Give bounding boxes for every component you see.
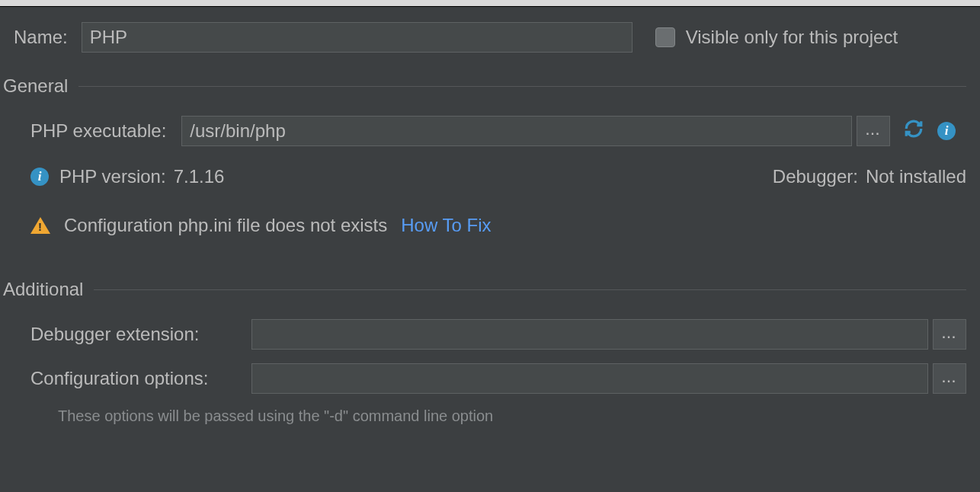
name-row: Name: Visible only for this project — [14, 22, 966, 53]
browse-debugger-ext-button[interactable]: ... — [933, 319, 966, 350]
debugger-extension-row: Debugger extension: ... — [30, 319, 966, 350]
divider — [94, 289, 966, 290]
section-general: General — [3, 75, 966, 97]
visible-only-label: Visible only for this project — [686, 27, 898, 48]
warning-icon — [30, 217, 50, 234]
browse-config-opts-button[interactable]: ... — [933, 363, 966, 394]
config-options-row: Configuration options: ... — [30, 363, 966, 394]
section-additional: Additional — [3, 279, 966, 300]
settings-panel: Name: Visible only for this project Gene… — [0, 7, 980, 425]
ellipsis-icon: ... — [942, 327, 956, 341]
section-general-label: General — [3, 75, 68, 97]
ellipsis-icon: ... — [866, 124, 880, 138]
section-additional-label: Additional — [3, 279, 83, 300]
window-titlebar: Interpreters — [0, 0, 980, 7]
browse-executable-button[interactable]: ... — [857, 116, 890, 146]
php-executable-row: PHP executable: ... i — [30, 116, 966, 146]
visible-only-checkbox[interactable] — [655, 27, 675, 47]
php-version-label: PHP version: — [59, 166, 166, 187]
config-options-label: Configuration options: — [30, 368, 251, 389]
config-options-input[interactable] — [251, 363, 928, 394]
debugger-value: Not installed — [866, 166, 966, 187]
warning-text: Configuration php.ini file does not exis… — [64, 215, 387, 236]
info-icon: i — [30, 168, 49, 186]
debugger-label: Debugger: — [773, 166, 858, 187]
php-version-row: i PHP version: 7.1.16 Debugger: Not inst… — [30, 166, 966, 187]
config-options-hint: These options will be passed using the "… — [58, 407, 966, 425]
debugger-extension-label: Debugger extension: — [30, 324, 251, 345]
php-executable-input[interactable] — [181, 116, 852, 146]
visible-only-row: Visible only for this project — [655, 27, 898, 48]
reload-icon[interactable] — [904, 119, 924, 143]
php-version-value: 7.1.16 — [174, 166, 225, 187]
name-label: Name: — [14, 27, 68, 48]
info-icon[interactable]: i — [937, 122, 956, 140]
how-to-fix-link[interactable]: How To Fix — [401, 215, 491, 236]
name-input[interactable] — [82, 22, 633, 53]
php-ini-warning-row: Configuration php.ini file does not exis… — [30, 215, 966, 236]
php-executable-label: PHP executable: — [30, 120, 166, 142]
ellipsis-icon: ... — [942, 372, 956, 385]
debugger-extension-input[interactable] — [251, 319, 928, 350]
divider — [78, 86, 966, 87]
